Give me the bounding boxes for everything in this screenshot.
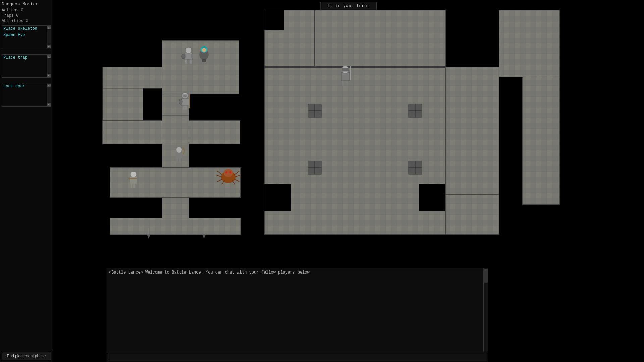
svg-rect-12 (103, 67, 162, 88)
place-skeleton-action[interactable]: Place skeleton (2, 26, 51, 32)
svg-rect-68 (176, 153, 182, 159)
abilities-scroll-track (47, 87, 51, 102)
traps-scroll-down[interactable]: ▼ (47, 74, 51, 77)
svg-rect-94 (348, 69, 352, 69)
svg-point-59 (182, 54, 185, 59)
svg-rect-52 (204, 59, 206, 62)
svg-rect-32 (409, 111, 415, 117)
svg-rect-40 (409, 168, 415, 174)
chat-area: <Battle Lance> Welcome to Battle Lance. … (106, 268, 488, 362)
dungeon-map[interactable] (53, 0, 644, 275)
traps-stat: Traps 0 (2, 13, 51, 18)
svg-point-79 (224, 169, 233, 177)
place-trap-action[interactable]: Place trap (2, 55, 51, 61)
svg-rect-58 (190, 60, 192, 64)
svg-point-74 (131, 172, 136, 177)
chat-input[interactable] (108, 354, 486, 361)
svg-rect-26 (308, 104, 315, 111)
svg-rect-92 (342, 68, 349, 71)
svg-point-50 (202, 48, 206, 52)
svg-rect-18 (110, 168, 241, 198)
svg-rect-96 (346, 81, 348, 85)
svg-rect-17 (162, 144, 189, 171)
svg-rect-35 (315, 161, 321, 168)
traps-scrollbar[interactable]: ▲ ▼ (47, 55, 51, 77)
svg-point-63 (179, 99, 182, 104)
svg-rect-27 (315, 104, 321, 111)
svg-point-54 (185, 47, 192, 53)
game-area: It is your turn! (53, 0, 644, 362)
chat-scrollbar-thumb[interactable] (484, 269, 488, 283)
scroll-down-btn[interactable]: ▼ (47, 45, 51, 48)
abilities-stat: Abilities 0 (2, 19, 51, 23)
chat-input-bar (106, 352, 488, 362)
svg-rect-46 (523, 77, 559, 204)
actions-stat: Actions 0 (2, 8, 51, 13)
svg-rect-90 (341, 73, 350, 81)
sidebar-title: Dungeon Master (2, 2, 51, 7)
svg-rect-44 (445, 194, 499, 235)
svg-rect-42 (264, 184, 291, 211)
svg-rect-39 (415, 161, 422, 168)
svg-rect-31 (415, 104, 422, 111)
sidebar-bottom: End placement phase (0, 350, 53, 362)
sidebar: Dungeon Master Actions 0 Traps 0 Abiliti… (0, 0, 53, 362)
abilities-scrollbar[interactable]: ▲ ▼ (47, 83, 51, 106)
svg-rect-45 (499, 10, 559, 77)
svg-rect-21 (264, 10, 445, 235)
traps-section: Place trap ▲ ▼ (2, 54, 51, 78)
chat-scrollbar[interactable] (483, 268, 488, 352)
svg-rect-43 (419, 184, 445, 211)
svg-rect-38 (409, 161, 415, 168)
svg-rect-56 (191, 54, 193, 58)
abilities-scroll-down[interactable]: ▼ (47, 103, 51, 106)
svg-rect-22 (264, 10, 284, 30)
svg-point-81 (229, 171, 231, 173)
svg-rect-41 (415, 168, 422, 174)
svg-rect-20 (110, 218, 241, 235)
traps-scroll-up[interactable]: ▲ (47, 55, 51, 58)
svg-rect-28 (308, 111, 315, 117)
chat-message: <Battle Lance> Welcome to Battle Lance. … (109, 270, 485, 275)
svg-rect-25 (445, 67, 499, 211)
spawn-eye-action[interactable]: Spawn Eye (2, 32, 51, 38)
svg-rect-76 (131, 184, 132, 188)
svg-rect-95 (342, 81, 344, 85)
abilities-scroll-up[interactable]: ▲ (47, 84, 51, 87)
actions-section: Place skeleton Spawn Eye ▲ ▼ (2, 25, 51, 49)
chat-messages: <Battle Lance> Welcome to Battle Lance. … (106, 268, 488, 352)
svg-rect-36 (308, 168, 315, 174)
sidebar-content: Dungeon Master Actions 0 Traps 0 Abiliti… (0, 0, 53, 350)
traps-scroll-track (47, 59, 51, 73)
svg-rect-67 (185, 106, 187, 110)
svg-point-69 (176, 147, 182, 153)
svg-rect-16 (162, 115, 189, 145)
lock-door-action[interactable]: Lock door (2, 83, 51, 89)
svg-rect-33 (415, 111, 422, 117)
end-placement-button[interactable]: End placement phase (2, 352, 51, 360)
svg-rect-66 (183, 106, 185, 110)
svg-rect-34 (308, 161, 315, 168)
svg-rect-57 (185, 60, 187, 64)
svg-rect-29 (315, 111, 321, 117)
scroll-track (47, 30, 51, 45)
svg-rect-11 (162, 40, 239, 94)
turn-message: It is your turn! (328, 3, 370, 8)
svg-rect-51 (202, 59, 204, 62)
svg-rect-62 (183, 95, 187, 97)
abilities-section: Lock door ▲ ▼ (2, 83, 51, 107)
scroll-up-btn[interactable]: ▲ (47, 26, 51, 29)
turn-notification: It is your turn! (321, 2, 377, 10)
svg-rect-77 (133, 184, 135, 188)
svg-rect-37 (315, 168, 321, 174)
svg-rect-72 (179, 159, 181, 163)
actions-scrollbar[interactable]: ▲ ▼ (47, 26, 51, 49)
svg-rect-30 (409, 104, 415, 111)
svg-rect-71 (176, 159, 178, 163)
svg-point-80 (225, 171, 227, 173)
